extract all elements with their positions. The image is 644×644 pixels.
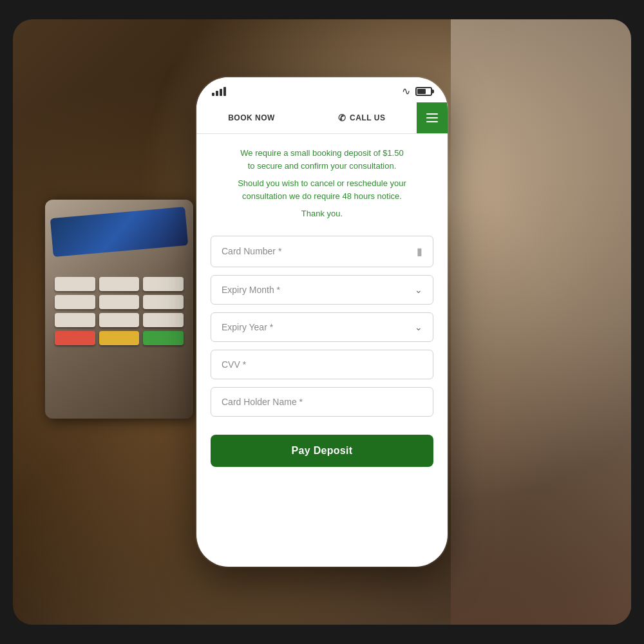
- signal-bars: [212, 87, 226, 96]
- key: [55, 295, 95, 309]
- key: [99, 313, 140, 327]
- card-icon: ▮: [417, 245, 422, 258]
- signal-bar-2: [216, 91, 218, 96]
- hamburger-icon: [426, 113, 438, 122]
- expiry-year-field[interactable]: Expiry Year * ⌄: [211, 312, 433, 342]
- phone-icon: ✆: [338, 113, 346, 123]
- nav-bar: BOOK NOW ✆ CALL US: [196, 102, 448, 134]
- menu-button[interactable]: [417, 102, 448, 133]
- key-green: [143, 331, 184, 345]
- info-line-1: We require a small booking deposit of $1…: [211, 147, 433, 172]
- hamburger-line-2: [426, 117, 438, 118]
- pay-deposit-button[interactable]: Pay Deposit: [211, 435, 433, 467]
- key-red: [55, 331, 95, 345]
- info-text-line2: to secure and confirm your consultation.: [248, 161, 397, 171]
- card-reader-keys: [55, 277, 184, 345]
- expiry-month-label: Expiry Month *: [222, 285, 415, 295]
- key: [99, 277, 140, 291]
- card-holder-name-field[interactable]: Card Holder Name *: [211, 387, 433, 417]
- key: [143, 295, 184, 309]
- thank-you-text: Thank you.: [211, 207, 433, 220]
- chevron-down-icon-year: ⌄: [415, 322, 422, 332]
- card-reader-image: [45, 200, 193, 419]
- battery-icon: [415, 87, 432, 96]
- signal-bar-3: [220, 89, 222, 96]
- hamburger-line-1: [426, 113, 438, 115]
- signal-bar-4: [223, 87, 226, 96]
- card-number-label: Card Number *: [222, 246, 417, 256]
- chevron-down-icon: ⌄: [415, 285, 422, 295]
- info-text-line1: We require a small booking deposit of $1…: [240, 148, 403, 158]
- expiry-year-label: Expiry Year *: [222, 322, 415, 332]
- right-background: [451, 19, 631, 625]
- call-us-button[interactable]: ✆ CALL US: [307, 104, 417, 132]
- card-holder-label: Card Holder Name *: [222, 397, 422, 407]
- key: [55, 313, 95, 327]
- key: [99, 295, 140, 309]
- key: [143, 277, 184, 291]
- signal-bar-1: [212, 93, 214, 96]
- info-text-line4: consultation we do require 48 hours noti…: [242, 191, 402, 201]
- key: [55, 277, 95, 291]
- wifi-icon: ∿: [402, 85, 410, 97]
- status-icons: ∿: [402, 85, 432, 97]
- key: [143, 313, 184, 327]
- info-line-2: Should you wish to cancel or reschedule …: [211, 177, 433, 202]
- call-us-label: CALL US: [350, 113, 385, 122]
- cvv-label: CVV *: [222, 359, 422, 370]
- book-now-button[interactable]: BOOK NOW: [196, 104, 307, 131]
- outer-frame: ∿ BOOK NOW ✆ CALL US: [13, 19, 631, 625]
- card-number-field[interactable]: Card Number * ▮: [211, 236, 433, 267]
- phone-mockup: ∿ BOOK NOW ✆ CALL US: [196, 77, 448, 567]
- phone-content: We require a small booking deposit of $1…: [196, 134, 448, 486]
- cvv-field[interactable]: CVV *: [211, 350, 433, 379]
- expiry-month-field[interactable]: Expiry Month * ⌄: [211, 275, 433, 305]
- status-bar: ∿: [196, 77, 448, 102]
- battery-fill: [417, 89, 426, 94]
- key-yellow: [99, 331, 140, 345]
- hamburger-line-3: [426, 121, 438, 122]
- info-text-block: We require a small booking deposit of $1…: [211, 147, 433, 220]
- info-text-line3: Should you wish to cancel or reschedule …: [238, 178, 406, 188]
